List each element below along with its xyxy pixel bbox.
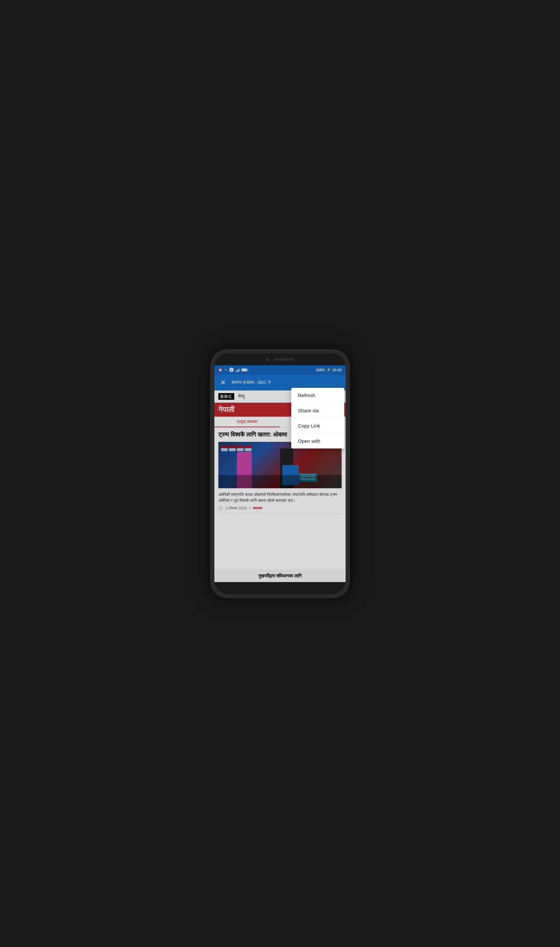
earpiece-speaker (274, 358, 294, 360)
phone-device: ⏰ ∿ 2 100% ⚡ 10:20 (211, 350, 349, 598)
screen-content: ⏰ ∿ 2 100% ⚡ 10:20 (214, 365, 346, 582)
menu-item-refresh[interactable]: Refresh (291, 388, 344, 403)
menu-item-share[interactable]: Share via (291, 403, 344, 418)
context-menu: Refresh Share via Copy Link Open with (291, 388, 344, 448)
front-camera (266, 358, 269, 360)
phone-screen: ⏰ ∿ 2 100% ⚡ 10:20 (214, 353, 346, 594)
context-menu-overlay[interactable]: Refresh Share via Copy Link Open with (214, 365, 346, 582)
phone-bottom-bar (214, 582, 346, 594)
phone-top-bar (214, 353, 346, 365)
menu-item-copy-link[interactable]: Copy Link (291, 418, 344, 434)
menu-item-open-with[interactable]: Open with (291, 434, 344, 448)
